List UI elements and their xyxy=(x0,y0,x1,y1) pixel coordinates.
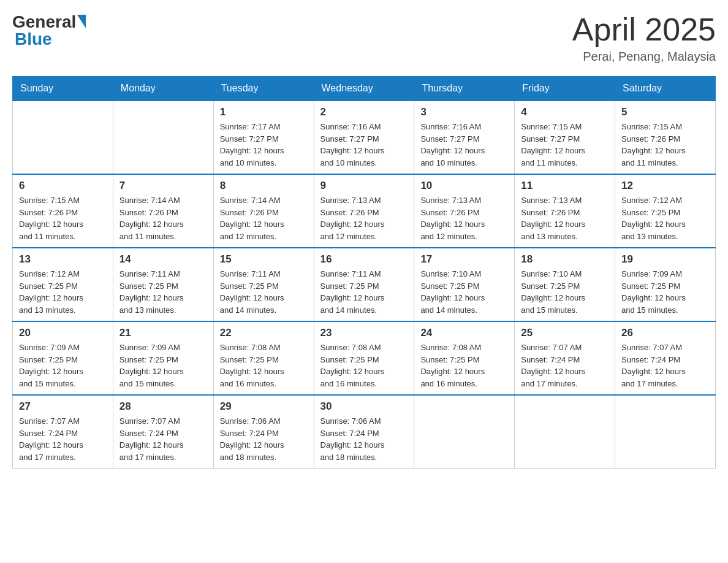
calendar-header-thursday: Thursday xyxy=(414,77,515,101)
month-title: April 2025 xyxy=(572,12,716,47)
day-number: 5 xyxy=(621,106,709,118)
day-info: Sunrise: 7:11 AM Sunset: 7:25 PM Dayligh… xyxy=(119,268,207,316)
calendar-cell: 18Sunrise: 7:10 AM Sunset: 7:25 PM Dayli… xyxy=(515,248,615,321)
day-info: Sunrise: 7:10 AM Sunset: 7:25 PM Dayligh… xyxy=(521,268,609,316)
calendar-table: SundayMondayTuesdayWednesdayThursdayFrid… xyxy=(12,76,716,469)
day-info: Sunrise: 7:15 AM Sunset: 7:26 PM Dayligh… xyxy=(621,121,709,169)
day-info: Sunrise: 7:12 AM Sunset: 7:25 PM Dayligh… xyxy=(19,268,107,316)
day-info: Sunrise: 7:07 AM Sunset: 7:24 PM Dayligh… xyxy=(19,415,107,463)
day-number: 9 xyxy=(320,180,408,192)
week-row-2: 6Sunrise: 7:15 AM Sunset: 7:26 PM Daylig… xyxy=(13,174,716,248)
calendar-cell: 23Sunrise: 7:08 AM Sunset: 7:25 PM Dayli… xyxy=(314,321,414,395)
day-info: Sunrise: 7:16 AM Sunset: 7:27 PM Dayligh… xyxy=(320,121,408,169)
day-info: Sunrise: 7:09 AM Sunset: 7:25 PM Dayligh… xyxy=(621,268,709,316)
calendar-cell xyxy=(13,101,113,174)
day-number: 12 xyxy=(621,180,709,192)
day-info: Sunrise: 7:09 AM Sunset: 7:25 PM Dayligh… xyxy=(19,342,107,389)
calendar-header-tuesday: Tuesday xyxy=(213,77,314,101)
day-number: 11 xyxy=(521,180,609,192)
day-info: Sunrise: 7:12 AM Sunset: 7:25 PM Dayligh… xyxy=(621,194,709,242)
day-number: 26 xyxy=(621,327,709,339)
day-info: Sunrise: 7:09 AM Sunset: 7:25 PM Dayligh… xyxy=(119,342,207,389)
day-info: Sunrise: 7:15 AM Sunset: 7:27 PM Dayligh… xyxy=(521,121,609,169)
calendar-header-row: SundayMondayTuesdayWednesdayThursdayFrid… xyxy=(13,77,716,101)
day-number: 6 xyxy=(19,180,107,192)
calendar-cell: 9Sunrise: 7:13 AM Sunset: 7:26 PM Daylig… xyxy=(314,174,414,248)
logo-triangle-icon xyxy=(77,15,86,28)
day-number: 24 xyxy=(420,327,508,339)
day-info: Sunrise: 7:13 AM Sunset: 7:26 PM Dayligh… xyxy=(420,194,508,242)
day-info: Sunrise: 7:14 AM Sunset: 7:26 PM Dayligh… xyxy=(119,194,207,242)
week-row-3: 13Sunrise: 7:12 AM Sunset: 7:25 PM Dayli… xyxy=(13,248,716,321)
calendar-cell: 4Sunrise: 7:15 AM Sunset: 7:27 PM Daylig… xyxy=(515,101,615,174)
calendar-cell: 27Sunrise: 7:07 AM Sunset: 7:24 PM Dayli… xyxy=(13,395,113,469)
calendar-cell: 5Sunrise: 7:15 AM Sunset: 7:26 PM Daylig… xyxy=(615,101,716,174)
day-number: 29 xyxy=(220,400,308,413)
day-number: 19 xyxy=(621,253,709,266)
day-info: Sunrise: 7:07 AM Sunset: 7:24 PM Dayligh… xyxy=(621,342,709,389)
day-info: Sunrise: 7:07 AM Sunset: 7:24 PM Dayligh… xyxy=(521,342,609,389)
calendar-cell: 20Sunrise: 7:09 AM Sunset: 7:25 PM Dayli… xyxy=(13,321,113,395)
calendar-cell: 26Sunrise: 7:07 AM Sunset: 7:24 PM Dayli… xyxy=(615,321,716,395)
day-number: 22 xyxy=(220,327,308,339)
calendar-cell xyxy=(615,395,716,469)
day-number: 1 xyxy=(220,106,308,118)
day-info: Sunrise: 7:16 AM Sunset: 7:27 PM Dayligh… xyxy=(420,121,508,169)
week-row-1: 1Sunrise: 7:17 AM Sunset: 7:27 PM Daylig… xyxy=(13,101,716,174)
calendar-cell: 10Sunrise: 7:13 AM Sunset: 7:26 PM Dayli… xyxy=(414,174,515,248)
day-number: 20 xyxy=(19,327,107,339)
day-info: Sunrise: 7:08 AM Sunset: 7:25 PM Dayligh… xyxy=(220,342,308,389)
week-row-5: 27Sunrise: 7:07 AM Sunset: 7:24 PM Dayli… xyxy=(13,395,716,469)
day-number: 30 xyxy=(320,400,408,413)
day-number: 17 xyxy=(420,253,508,266)
calendar-header-monday: Monday xyxy=(113,77,213,101)
day-number: 7 xyxy=(119,180,207,192)
day-info: Sunrise: 7:17 AM Sunset: 7:27 PM Dayligh… xyxy=(220,121,308,169)
calendar-cell xyxy=(414,395,515,469)
calendar-cell: 2Sunrise: 7:16 AM Sunset: 7:27 PM Daylig… xyxy=(314,101,414,174)
day-info: Sunrise: 7:13 AM Sunset: 7:26 PM Dayligh… xyxy=(320,194,408,242)
day-info: Sunrise: 7:06 AM Sunset: 7:24 PM Dayligh… xyxy=(320,415,408,463)
calendar-header-saturday: Saturday xyxy=(615,77,716,101)
day-number: 3 xyxy=(420,106,508,118)
calendar-cell: 16Sunrise: 7:11 AM Sunset: 7:25 PM Dayli… xyxy=(314,248,414,321)
calendar-header-wednesday: Wednesday xyxy=(314,77,414,101)
title-block: April 2025 Perai, Penang, Malaysia xyxy=(572,12,716,64)
calendar-cell: 21Sunrise: 7:09 AM Sunset: 7:25 PM Dayli… xyxy=(113,321,213,395)
day-info: Sunrise: 7:08 AM Sunset: 7:25 PM Dayligh… xyxy=(420,342,508,389)
day-number: 18 xyxy=(521,253,609,266)
day-number: 28 xyxy=(119,400,207,413)
day-number: 21 xyxy=(119,327,207,339)
calendar-cell: 3Sunrise: 7:16 AM Sunset: 7:27 PM Daylig… xyxy=(414,101,515,174)
day-info: Sunrise: 7:15 AM Sunset: 7:26 PM Dayligh… xyxy=(19,194,107,242)
calendar-cell: 29Sunrise: 7:06 AM Sunset: 7:24 PM Dayli… xyxy=(213,395,314,469)
day-number: 13 xyxy=(19,253,107,266)
day-info: Sunrise: 7:13 AM Sunset: 7:26 PM Dayligh… xyxy=(521,194,609,242)
location-text: Perai, Penang, Malaysia xyxy=(572,50,716,64)
day-number: 14 xyxy=(119,253,207,266)
day-number: 27 xyxy=(19,400,107,413)
day-info: Sunrise: 7:10 AM Sunset: 7:25 PM Dayligh… xyxy=(420,268,508,316)
calendar-cell: 15Sunrise: 7:11 AM Sunset: 7:25 PM Dayli… xyxy=(213,248,314,321)
day-info: Sunrise: 7:08 AM Sunset: 7:25 PM Dayligh… xyxy=(320,342,408,389)
day-number: 2 xyxy=(320,106,408,118)
day-number: 8 xyxy=(220,180,308,192)
day-info: Sunrise: 7:11 AM Sunset: 7:25 PM Dayligh… xyxy=(320,268,408,316)
calendar-cell: 14Sunrise: 7:11 AM Sunset: 7:25 PM Dayli… xyxy=(113,248,213,321)
calendar-cell: 19Sunrise: 7:09 AM Sunset: 7:25 PM Dayli… xyxy=(615,248,716,321)
calendar-cell: 24Sunrise: 7:08 AM Sunset: 7:25 PM Dayli… xyxy=(414,321,515,395)
week-row-4: 20Sunrise: 7:09 AM Sunset: 7:25 PM Dayli… xyxy=(13,321,716,395)
day-number: 15 xyxy=(220,253,308,266)
calendar-cell: 17Sunrise: 7:10 AM Sunset: 7:25 PM Dayli… xyxy=(414,248,515,321)
day-number: 16 xyxy=(320,253,408,266)
calendar-cell: 13Sunrise: 7:12 AM Sunset: 7:25 PM Dayli… xyxy=(13,248,113,321)
day-info: Sunrise: 7:14 AM Sunset: 7:26 PM Dayligh… xyxy=(220,194,308,242)
day-info: Sunrise: 7:06 AM Sunset: 7:24 PM Dayligh… xyxy=(220,415,308,463)
calendar-cell: 6Sunrise: 7:15 AM Sunset: 7:26 PM Daylig… xyxy=(13,174,113,248)
logo: General Blue xyxy=(12,12,86,49)
day-number: 10 xyxy=(420,180,508,192)
calendar-cell: 22Sunrise: 7:08 AM Sunset: 7:25 PM Dayli… xyxy=(213,321,314,395)
calendar-header-sunday: Sunday xyxy=(13,77,113,101)
page-header: General Blue April 2025 Perai, Penang, M… xyxy=(12,12,716,64)
day-number: 23 xyxy=(320,327,408,339)
